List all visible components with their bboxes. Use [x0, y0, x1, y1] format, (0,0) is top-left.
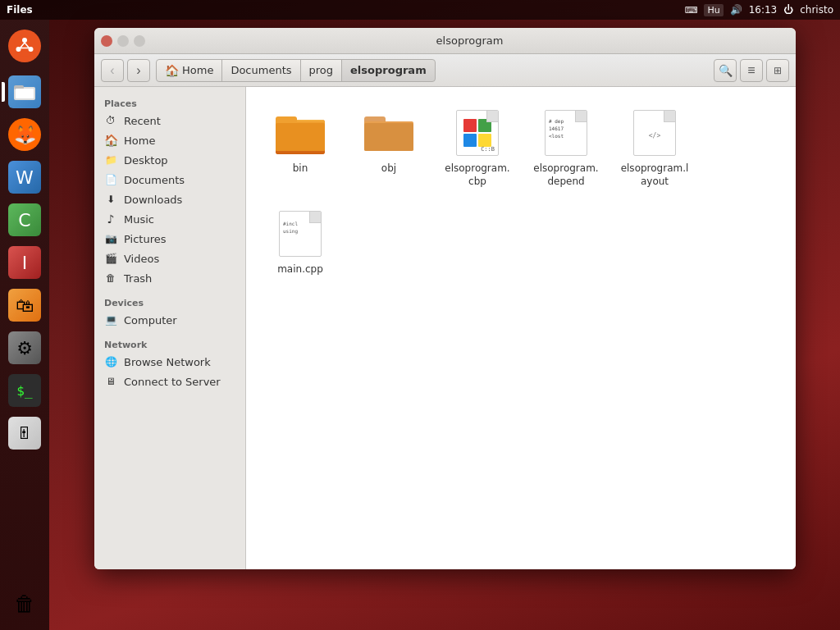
window-title: elsoprogram — [150, 34, 789, 47]
power-icon[interactable]: ⏻ — [783, 4, 793, 16]
forward-button[interactable]: › — [127, 59, 150, 82]
sidebar-item-computer[interactable]: 💻 Computer — [94, 310, 245, 330]
file-item-layout[interactable]: </> elsoprogram.layout — [614, 100, 696, 194]
language-indicator[interactable]: Hu — [704, 4, 723, 16]
sidebar-item-music-label: Music — [124, 213, 154, 226]
sidebar: Places ⏱ Recent 🏠 Home 📁 Desktop 📄 Docum… — [94, 87, 246, 569]
sidebar-item-recent[interactable]: ⏱ Recent — [94, 111, 245, 130]
main-content: Places ⏱ Recent 🏠 Home 📁 Desktop 📄 Docum… — [94, 87, 796, 569]
file-item-cbp[interactable]: C::B elsoprogram.cbp — [436, 100, 518, 194]
launcher-icon-terminal[interactable]: $_ — [5, 371, 44, 410]
breadcrumb-home-label: Home — [182, 64, 213, 76]
breadcrumb-prog[interactable]: prog — [300, 59, 343, 82]
mixer-icon: 🎚 — [8, 417, 41, 450]
file-item-cpp[interactable]: #incl using main.cpp — [259, 201, 341, 283]
breadcrumb-documents[interactable]: Documents — [221, 59, 300, 82]
sidebar-section-network: Network — [94, 335, 245, 352]
grid-view-button[interactable]: ⊞ — [766, 59, 789, 82]
svg-point-1 — [22, 38, 27, 43]
breadcrumb-home[interactable]: 🏠 Home — [156, 59, 222, 82]
grid-icon: ⊞ — [774, 65, 782, 76]
minimize-button[interactable] — [117, 35, 129, 47]
sidebar-desktop-icon: 📁 — [104, 153, 117, 167]
launcher-icon-files[interactable] — [5, 72, 44, 112]
launcher-icon-writer[interactable]: W — [5, 158, 44, 197]
launcher-icon-ubuntu[interactable] — [5, 26, 44, 66]
sidebar-item-home[interactable]: 🏠 Home — [94, 130, 245, 150]
file-area: bin — [246, 87, 796, 569]
sidebar-documents-icon: 📄 — [104, 173, 117, 186]
bin-folder-icon — [274, 107, 326, 159]
launcher-icon-mixer[interactable]: 🎚 — [5, 413, 44, 453]
file-item-obj[interactable]: obj — [348, 100, 430, 194]
terminal-icon: $_ — [8, 374, 41, 407]
impress-icon: I — [8, 246, 41, 279]
home-icon: 🏠 — [165, 64, 179, 77]
sidebar-videos-icon: 🎬 — [104, 252, 117, 265]
sidebar-server-icon: 🖥 — [104, 375, 117, 388]
launcher-icon-settings[interactable]: ⚙ — [5, 328, 44, 368]
cpp-file-icon: #incl using — [274, 208, 326, 260]
launcher-icon-firefox[interactable]: 🦊 — [5, 115, 44, 154]
sidebar-item-home-label: Home — [124, 135, 155, 147]
sidebar-network-icon: 🌐 — [104, 355, 117, 368]
system-tray: ⌨ Hu 🔊 16:13 ⏻ christo — [684, 4, 833, 16]
launcher-icon-trash[interactable]: 🗑 — [5, 584, 44, 623]
svg-rect-14 — [364, 123, 413, 151]
titlebar: elsoprogram — [94, 28, 796, 54]
sidebar-item-desktop[interactable]: 📁 Desktop — [94, 150, 245, 170]
sidebar-item-browse-network[interactable]: 🌐 Browse Network — [94, 352, 245, 372]
maximize-button[interactable] — [134, 35, 145, 47]
user-name[interactable]: christo — [800, 4, 833, 16]
launcher-icon-impress[interactable]: I — [5, 243, 44, 282]
sidebar-computer-icon: 💻 — [104, 313, 117, 326]
bin-label: bin — [293, 162, 308, 176]
breadcrumb-documents-label: Documents — [231, 64, 291, 76]
obj-folder-icon — [363, 107, 415, 159]
close-button[interactable] — [101, 35, 112, 47]
top-panel: Files ⌨ Hu 🔊 16:13 ⏻ christo — [0, 0, 840, 20]
ubuntu-logo — [8, 30, 41, 62]
sidebar-item-pictures[interactable]: 📷 Pictures — [94, 229, 245, 249]
sidebar-item-pictures-label: Pictures — [124, 233, 166, 245]
keyboard-indicator[interactable]: ⌨ — [684, 5, 697, 16]
trash-launcher-icon: 🗑 — [8, 587, 41, 620]
breadcrumb-elsoprogram-label: elsoprogram — [350, 64, 427, 76]
launcher-icon-calc[interactable]: C — [5, 200, 44, 240]
breadcrumb-prog-label: prog — [309, 64, 334, 76]
search-button[interactable]: 🔍 — [714, 59, 737, 82]
obj-label: obj — [381, 162, 396, 176]
search-icon: 🔍 — [719, 64, 733, 77]
sidebar-item-connect-server[interactable]: 🖥 Connect to Server — [94, 372, 245, 391]
sidebar-item-computer-label: Computer — [124, 314, 177, 326]
sidebar-section-devices: Devices — [94, 293, 245, 310]
sidebar-item-music[interactable]: ♪ Music — [94, 209, 245, 229]
sidebar-item-videos-label: Videos — [124, 253, 159, 265]
sidebar-item-documents[interactable]: 📄 Documents — [94, 170, 245, 189]
firefox-icon: 🦊 — [8, 118, 41, 151]
view-menu-button[interactable]: ≡ — [740, 59, 763, 82]
volume-indicator[interactable]: 🔊 — [730, 4, 742, 16]
sidebar-music-icon: ♪ — [104, 212, 117, 226]
depend-file-icon: # dep 14617 <lost — [540, 107, 592, 159]
toolbar-right: 🔍 ≡ ⊞ — [714, 59, 789, 82]
settings-icon: ⚙ — [8, 331, 41, 364]
breadcrumb: 🏠 Home Documents prog elsoprogram — [157, 59, 436, 82]
launcher-icon-software[interactable]: 🛍 — [5, 285, 44, 325]
sidebar-item-trash[interactable]: 🗑 Trash — [94, 268, 245, 288]
sidebar-home-icon: 🏠 — [104, 134, 117, 147]
sidebar-item-trash-label: Trash — [124, 272, 152, 285]
file-item-bin[interactable]: bin — [259, 100, 341, 194]
sidebar-item-desktop-label: Desktop — [124, 154, 168, 167]
svg-rect-11 — [276, 123, 325, 151]
sidebar-item-downloads[interactable]: ⬇ Downloads — [94, 189, 245, 209]
sidebar-item-videos[interactable]: 🎬 Videos — [94, 249, 245, 268]
layout-file-icon: </> — [628, 107, 681, 159]
depend-label: elsoprogram. depend — [533, 162, 598, 188]
breadcrumb-elsoprogram[interactable]: elsoprogram — [341, 59, 436, 82]
clock[interactable]: 16:13 — [749, 4, 778, 16]
toolbar: ‹ › 🏠 Home Documents prog elsoprogram 🔍 — [94, 54, 796, 87]
file-item-depend[interactable]: # dep 14617 <lost elsoprogram. depend — [525, 100, 607, 194]
sidebar-item-recent-label: Recent — [124, 115, 161, 127]
back-button[interactable]: ‹ — [101, 59, 124, 82]
